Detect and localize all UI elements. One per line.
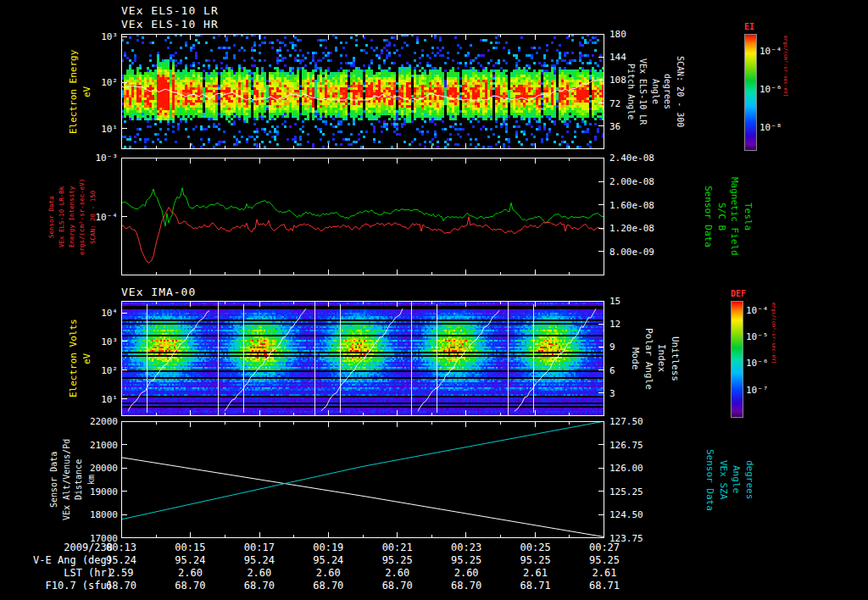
data-row-value: 95.24 — [313, 554, 343, 566]
y-axis-tick-label: 10¹ — [101, 123, 118, 134]
y-axis-tick-label: 20000 — [90, 463, 118, 474]
y2-axis-tick-label: 127.50 — [609, 416, 643, 427]
colorbar-tick-label: 10⁻⁵ — [746, 331, 769, 342]
data-row-value: 2.60 — [316, 567, 341, 579]
ima-spectrogram-canvas — [121, 301, 604, 416]
time-tick-label: 00:21 — [382, 542, 413, 553]
y-axis-tick-label: 10² — [101, 364, 118, 375]
colorbar-tick-label: 10⁻⁷ — [746, 384, 769, 395]
axis-label-line: eV — [81, 34, 93, 149]
y-axis-tick-label: 22000 — [90, 416, 118, 427]
axis-label-line: ergs/(cm²-sr-sec-eV) — [78, 159, 86, 275]
axis-label-line: Index — [656, 301, 668, 416]
colorbar-def-units: ergs/(cm²-sr-sec-eV) — [771, 303, 777, 418]
data-row-value: 68.70 — [382, 580, 413, 592]
y-axis-tick-label: 10² — [101, 77, 118, 88]
y2-axis-tick-label: 108 — [609, 75, 626, 86]
y-axis-tick-label: 10¹ — [101, 393, 118, 404]
data-row-value: 68.71 — [520, 580, 551, 592]
data-row-value: 95.25 — [382, 554, 413, 566]
colorbar-tick-label: 10⁻⁴ — [746, 304, 769, 315]
axis-label-line: Unitless — [669, 301, 681, 416]
time-tick-label: 00:15 — [175, 542, 205, 553]
y2-axis-tick-label: 12 — [609, 319, 620, 330]
data-row-value: 68.70 — [244, 580, 275, 592]
els-spectrogram-canvas — [121, 34, 604, 149]
axis-label-line: VEx ELS-10 LR — [637, 34, 648, 149]
colorbar-tick-label: 10⁻⁸ — [760, 122, 782, 133]
axis-label-line: Angle — [649, 34, 660, 149]
colorbar-ei-units: ergs/(cm²-sr-sec-eV) — [783, 36, 789, 151]
panel3-left-axis-label: Electron Volts eV — [68, 301, 93, 416]
axis-label-line: Energy Intensity — [68, 159, 76, 275]
y-axis-tick-label: 10³ — [101, 31, 118, 42]
axis-label-line: Mode — [629, 301, 641, 416]
axis-label-line: SCAN: 20 - 300 — [674, 34, 685, 149]
colorbar-def — [731, 301, 743, 418]
data-row-value: 68.70 — [175, 580, 205, 592]
y2-axis-tick-label: 1.20e-08 — [609, 223, 654, 234]
panel4-right-axis-label: Sensor Data VEx SZA Angle degrees — [704, 421, 755, 538]
data-row-value: 95.25 — [520, 554, 551, 566]
axis-label-line: Sensor Data — [47, 159, 56, 275]
time-tick-label: 00:25 — [520, 542, 551, 553]
data-row-label: F10.7 (sfu) — [46, 580, 113, 592]
panel1-title-lr: VEx ELS-10 LR — [121, 4, 219, 17]
axis-label-line: degrees — [743, 421, 755, 538]
y-axis-tick-label: 21000 — [90, 439, 118, 450]
axis-label-line: Electron Energy — [68, 34, 80, 149]
data-row-value: 68.71 — [589, 580, 620, 592]
vex-multipanel-plot-screen: VEx ELS-10 LR VEx ELS-10 HR VEx IMA-00 E… — [0, 0, 868, 600]
data-row-value: 2.60 — [454, 567, 479, 579]
axis-label-line: Electron Volts — [68, 301, 80, 416]
panel2-left-axis-label: Sensor Data VEx ELS-10 LR-Bk Energy Inte… — [47, 159, 97, 275]
data-row-value: 95.24 — [244, 554, 275, 566]
time-tick-label: 00:17 — [244, 542, 275, 553]
y2-axis-tick-label: 36 — [609, 120, 620, 131]
data-row-label: V-E Ang (deg) — [33, 554, 113, 566]
colorbar-tick-label: 10⁻⁴ — [760, 46, 782, 57]
y2-axis-tick-label: 2.40e-08 — [609, 153, 654, 164]
colorbar-ei — [744, 34, 757, 151]
colorbar-ei-title: EI — [744, 22, 754, 31]
y2-axis-tick-label: 180 — [609, 29, 626, 40]
colorbar-def-title: DEF — [731, 289, 746, 298]
y2-axis-tick-label: 2.00e-08 — [609, 175, 654, 186]
data-row-value: 95.24 — [175, 554, 205, 566]
y2-axis-tick-label: 3 — [609, 387, 615, 398]
panel1-right-axis-label: Pitch Angle VEx ELS-10 LR Angle degrees … — [625, 34, 685, 149]
panel3-title-ima: VEx IMA-00 — [121, 286, 196, 298]
data-row-value: 2.60 — [178, 567, 203, 579]
axis-label-line: Angle — [731, 421, 743, 538]
y-axis-tick-label: 10⁻³ — [96, 153, 119, 164]
y-axis-tick-label: 19000 — [90, 486, 118, 497]
axis-label-line: Magnetic Field — [729, 158, 741, 275]
alt-sza-canvas — [121, 421, 604, 538]
time-tick-label: 00:27 — [589, 542, 620, 553]
data-row-value: 68.70 — [313, 580, 343, 592]
axis-label-line: eV — [81, 301, 93, 416]
axis-label-line: Tesla — [742, 158, 754, 275]
axis-label-line: Polar Angle — [643, 301, 654, 416]
y2-axis-tick-label: 144 — [609, 52, 626, 63]
y2-axis-tick-label: 8.00e-09 — [609, 247, 654, 258]
axis-label-line: VEx ELS-10 LR-Bk — [58, 159, 66, 275]
panel2-right-axis-label: Sensor Data S/C B Magnetic Field Tesla — [702, 158, 754, 275]
data-row-label: LST (hr) — [64, 567, 113, 579]
axis-label-line: VEx Alt/Venus/Pd — [62, 421, 73, 538]
intensity-bfield-canvas — [121, 158, 604, 275]
axis-label-line: Sensor Data — [49, 421, 60, 538]
data-row-value: 2.61 — [523, 567, 548, 579]
panel3-right-axis-label: Mode Polar Angle Index Unitless — [629, 301, 681, 416]
y2-axis-tick-label: 15 — [609, 296, 620, 307]
y-axis-tick-label: 10⁻⁴ — [96, 211, 119, 222]
colorbar-tick-label: 10⁻⁶ — [760, 84, 782, 95]
y-axis-tick-label: 18000 — [90, 509, 118, 520]
y2-axis-tick-label: 1.60e-08 — [609, 199, 654, 210]
axis-label-line: Distance — [74, 421, 85, 538]
time-tick-label: 00:19 — [313, 542, 343, 553]
panel1-left-axis-label: Electron Energy eV — [68, 34, 93, 149]
axis-label-line: Sensor Data — [704, 421, 715, 538]
y-axis-tick-label: 10⁴ — [101, 307, 118, 318]
panel1-title-hr: VEx ELS-10 HR — [121, 18, 219, 31]
